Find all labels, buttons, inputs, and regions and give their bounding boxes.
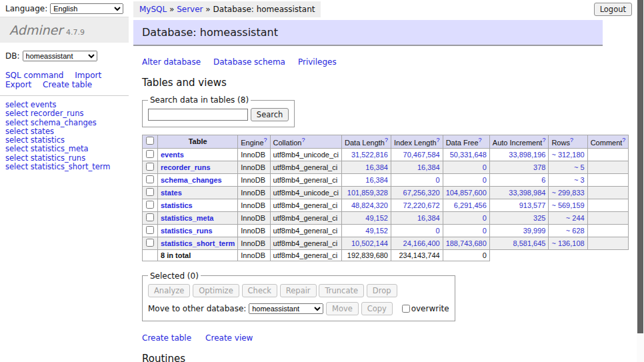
column-help-link[interactable]: ?	[301, 137, 305, 143]
move-database-select[interactable]: homeassistant	[249, 303, 323, 314]
action-link-database-schema[interactable]: Database schema	[213, 57, 285, 67]
column-help-link[interactable]: ?	[570, 137, 573, 143]
scrollbar-thumb[interactable]	[637, 0, 643, 333]
table-name-cell: statistics_runs	[158, 224, 238, 237]
table-link-recorder-runs[interactable]: recorder_runs	[161, 163, 211, 171]
table-row-events: eventsInnoDButf8mb4_unicode_ci31,522,816…	[143, 148, 629, 161]
row-checkbox[interactable]	[146, 175, 154, 183]
column-help-link[interactable]: ?	[622, 137, 625, 143]
rows-cell: ~ 628	[549, 224, 587, 237]
link-create-view[interactable]: Create view	[205, 333, 253, 343]
data-length-cell: 49,152	[342, 224, 391, 237]
sidebar-link-select-statistics[interactable]: select statistics	[5, 135, 65, 145]
repair-button: Repair	[280, 284, 317, 297]
table-name-cell: recorder_runs	[158, 161, 238, 173]
column-help-link[interactable]: ?	[264, 137, 267, 143]
sidebar-link-select-events[interactable]: select events	[5, 100, 57, 109]
sidebar-table-item: select statistics_short_term	[5, 163, 129, 171]
column-header-engine: Engine?	[238, 135, 270, 149]
action-link-privileges[interactable]: Privileges	[298, 57, 337, 67]
table-link-states[interactable]: states	[161, 189, 182, 197]
index-length-cell: 70,467,584	[391, 148, 443, 161]
breadcrumb-link-mysql[interactable]: MySQL	[139, 5, 167, 14]
db-select[interactable]: homeassistant	[23, 51, 97, 61]
table-link-statistics-runs[interactable]: statistics_runs	[161, 227, 213, 235]
vertical-scrollbar[interactable]	[637, 0, 644, 362]
sidebar-link-select-states[interactable]: select states	[5, 127, 54, 136]
database-actions: Alter databaseDatabase schemaPrivileges	[142, 57, 608, 67]
search-fieldset: Search data in tables (8) Search	[142, 95, 295, 127]
table-link-statistics-meta[interactable]: statistics_meta	[161, 214, 214, 222]
row-checkbox-cell	[143, 148, 158, 161]
search-button[interactable]: Search	[251, 108, 289, 121]
row-checkbox[interactable]	[146, 201, 154, 209]
app-logo[interactable]: Adminer4.7.9	[0, 17, 129, 43]
table-row-schema-changes: schema_changesInnoDButf8mb4_general_ci16…	[143, 173, 629, 186]
table-total-row: 8 in totalInnoDButf8mb4_general_ci192,83…	[143, 249, 629, 261]
breadcrumb: MySQL » Server » Database: homeassistant	[133, 1, 321, 17]
collation-cell: utf8mb4_unicode_ci	[270, 148, 341, 161]
sidebar-table-item: select statistics	[5, 136, 129, 144]
table-row-recorder-runs: recorder_runsInnoDButf8mb4_general_ci16,…	[143, 161, 629, 173]
sidebar-link-create-table[interactable]: Create table	[43, 80, 92, 89]
sidebar-table-links: select eventsselect recorder_runsselect …	[0, 101, 129, 171]
action-link-alter-database[interactable]: Alter database	[142, 57, 201, 67]
overwrite-checkbox[interactable]	[402, 305, 410, 313]
breadcrumb-link-server[interactable]: Server	[177, 5, 203, 14]
sidebar-link-select-statistics-meta[interactable]: select statistics_meta	[5, 144, 89, 153]
app-name[interactable]: Adminer	[9, 23, 63, 37]
table-body: eventsInnoDButf8mb4_unicode_ci31,522,816…	[143, 148, 629, 261]
overwrite-option[interactable]: overwrite	[399, 304, 449, 313]
sidebar-link-select-schema-changes[interactable]: select schema_changes	[5, 118, 97, 127]
auto-increment-cell: 39,999	[489, 224, 549, 237]
link-create-table[interactable]: Create table	[142, 333, 191, 343]
collation-cell: utf8mb4_general_ci	[270, 161, 341, 173]
column-header-collation: Collation?	[270, 135, 341, 149]
section-title-routines: Routines	[142, 353, 608, 362]
row-checkbox[interactable]	[146, 163, 154, 171]
row-checkbox[interactable]	[146, 150, 154, 158]
sidebar-link-import[interactable]: Import	[75, 71, 101, 80]
row-checkbox[interactable]	[146, 239, 154, 247]
sidebar-link-select-statistics-short-term[interactable]: select statistics_short_term	[5, 162, 110, 171]
logout-button[interactable]: Logout	[594, 3, 632, 16]
row-checkbox[interactable]	[146, 226, 154, 234]
column-help-link[interactable]: ?	[479, 137, 482, 143]
column-help-link[interactable]: ?	[542, 137, 545, 143]
row-checkbox-cell	[143, 173, 158, 186]
row-checkbox[interactable]	[146, 188, 154, 196]
sidebar-table-item: select recorder_runs	[5, 109, 129, 117]
comment-cell	[587, 186, 629, 199]
comment-cell	[587, 173, 629, 186]
sidebar-link-export[interactable]: Export	[5, 80, 31, 89]
table-name-cell: statistics_short_term	[158, 237, 238, 249]
sidebar-link-select-recorder-runs[interactable]: select recorder_runs	[5, 109, 83, 118]
row-checkbox[interactable]	[146, 213, 154, 221]
search-input[interactable]	[148, 109, 248, 121]
column-help-link[interactable]: ?	[385, 137, 388, 143]
collation-cell: utf8mb4_general_ci	[270, 224, 341, 237]
column-help-link[interactable]: ?	[437, 137, 440, 143]
table-link-schema-changes[interactable]: schema_changes	[161, 176, 222, 184]
collation-cell: utf8mb4_general_ci	[270, 199, 341, 211]
comment-cell	[587, 211, 629, 224]
comment-cell	[587, 224, 629, 237]
select-all-checkbox[interactable]	[146, 137, 154, 145]
collation-cell: utf8mb4_general_ci	[270, 173, 341, 186]
data-free-cell: 188,743,680	[443, 237, 489, 249]
truncate-button: Truncate	[319, 284, 364, 297]
sidebar-link-sql-command[interactable]: SQL command	[5, 71, 63, 80]
row-checkbox-cell	[143, 224, 158, 237]
table-name-cell: schema_changes	[158, 173, 238, 186]
auto-increment-cell: 378	[489, 161, 549, 173]
page-title: Database: homeassistant	[133, 20, 603, 46]
table-link-statistics[interactable]: statistics	[161, 201, 193, 209]
column-header-comment: Comment?	[587, 135, 629, 149]
sidebar-link-select-statistics-runs[interactable]: select statistics_runs	[5, 153, 85, 163]
table-link-statistics-short-term[interactable]: statistics_short_term	[161, 239, 235, 247]
selected-buttons-row: Analyze Optimize Check Repair Truncate D…	[148, 284, 449, 297]
table-link-events[interactable]: events	[161, 151, 184, 159]
main-panel: Database: homeassistant Alter databaseDa…	[133, 20, 608, 362]
data-free-cell: 0	[443, 211, 489, 224]
sidebar-table-item: select statistics_runs	[5, 154, 129, 162]
